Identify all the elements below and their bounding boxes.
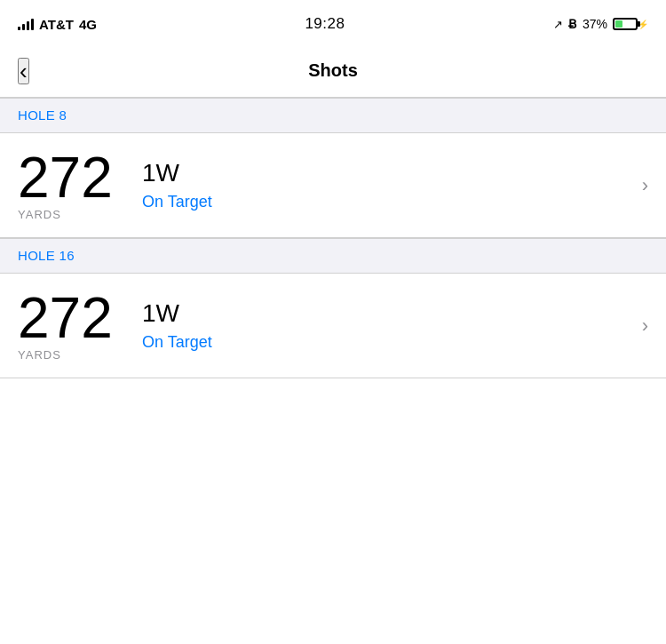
distance-number: 272 bbox=[18, 290, 113, 346]
section-header-label: HOLE 16 bbox=[18, 248, 75, 263]
shot-details: 1W On Target bbox=[142, 159, 212, 211]
section-header-hole-16: HOLE 16 bbox=[0, 238, 666, 274]
status-left: AT&T 4G bbox=[18, 17, 97, 32]
page-title: Shots bbox=[308, 60, 358, 81]
signal-bars-icon bbox=[18, 18, 34, 30]
bluetooth-icon: Ƀ bbox=[568, 17, 577, 31]
club-name: 1W bbox=[142, 299, 212, 328]
back-button[interactable]: ‹ bbox=[18, 58, 29, 84]
nav-bar: ‹ Shots bbox=[0, 44, 666, 98]
section-header-label: HOLE 8 bbox=[18, 107, 67, 123]
distance-unit: YARDS bbox=[18, 348, 61, 362]
shot-row[interactable]: 272 YARDS 1W On Target › bbox=[0, 133, 666, 238]
shot-status: On Target bbox=[142, 333, 212, 352]
location-icon: ↗ bbox=[553, 18, 563, 31]
status-right: ↗ Ƀ 37% ⚡ bbox=[553, 17, 648, 31]
club-name: 1W bbox=[142, 159, 212, 187]
shot-row[interactable]: 272 YARDS 1W On Target › bbox=[0, 274, 666, 378]
section-header-hole-8: HOLE 8 bbox=[0, 98, 666, 133]
battery-percent: 37% bbox=[583, 17, 607, 31]
chevron-right-icon: › bbox=[642, 174, 648, 197]
network-label: 4G bbox=[79, 17, 97, 32]
shot-status: On Target bbox=[142, 193, 212, 211]
status-time: 19:28 bbox=[305, 15, 345, 33]
shot-distance: 272 YARDS bbox=[18, 149, 115, 221]
shot-distance: 272 YARDS bbox=[18, 290, 115, 362]
shot-details: 1W On Target bbox=[142, 299, 212, 352]
section-hole-16: HOLE 16 272 YARDS 1W On Target › bbox=[0, 238, 666, 378]
status-bar: AT&T 4G 19:28 ↗ Ƀ 37% ⚡ bbox=[0, 0, 666, 44]
chevron-right-icon: › bbox=[642, 314, 648, 338]
battery-icon: ⚡ bbox=[613, 18, 648, 30]
distance-unit: YARDS bbox=[18, 208, 61, 221]
distance-number: 272 bbox=[18, 149, 113, 206]
section-hole-8: HOLE 8 272 YARDS 1W On Target › bbox=[0, 98, 666, 238]
carrier-label: AT&T bbox=[39, 17, 74, 32]
